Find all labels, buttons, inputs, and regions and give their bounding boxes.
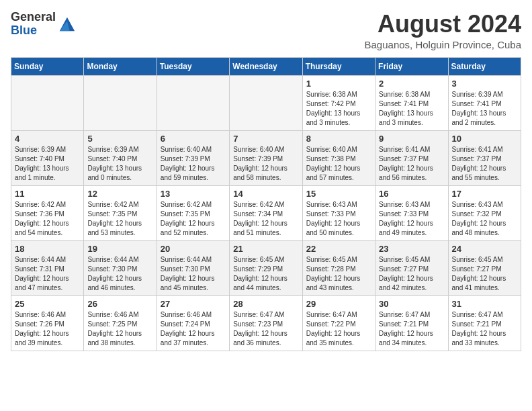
day-number: 15 [306,189,371,199]
calendar-day-cell: 29Sunrise: 6:47 AM Sunset: 7:22 PM Dayli… [302,295,375,351]
day-info: Sunrise: 6:40 AM Sunset: 7:39 PM Dayligh… [161,145,226,183]
day-info: Sunrise: 6:42 AM Sunset: 7:34 PM Dayligh… [233,200,298,238]
calendar-day-cell: 28Sunrise: 6:47 AM Sunset: 7:23 PM Dayli… [230,295,302,351]
calendar-day-cell: 3Sunrise: 6:39 AM Sunset: 7:41 PM Daylig… [448,75,521,130]
day-info: Sunrise: 6:46 AM Sunset: 7:24 PM Dayligh… [161,310,226,348]
page-header: General Blue August 2024 Baguanos, Holgu… [11,11,521,50]
calendar-day-cell: 24Sunrise: 6:45 AM Sunset: 7:27 PM Dayli… [448,240,521,295]
day-info: Sunrise: 6:43 AM Sunset: 7:32 PM Dayligh… [452,200,517,238]
day-info: Sunrise: 6:43 AM Sunset: 7:33 PM Dayligh… [306,200,371,238]
logo-text-blue: Blue [11,24,37,37]
day-number: 28 [233,299,298,309]
day-info: Sunrise: 6:39 AM Sunset: 7:40 PM Dayligh… [15,145,80,183]
calendar-day-cell: 14Sunrise: 6:42 AM Sunset: 7:34 PM Dayli… [230,185,302,240]
weekday-header-saturday: Saturday [448,57,521,75]
day-info: Sunrise: 6:38 AM Sunset: 7:42 PM Dayligh… [306,90,371,128]
weekday-header-tuesday: Tuesday [157,57,229,75]
day-info: Sunrise: 6:47 AM Sunset: 7:23 PM Dayligh… [233,310,298,348]
day-number: 6 [161,134,226,144]
day-number: 25 [15,299,80,309]
day-number: 12 [87,189,152,199]
calendar-day-cell: 17Sunrise: 6:43 AM Sunset: 7:32 PM Dayli… [448,185,521,240]
calendar-week-row: 18Sunrise: 6:44 AM Sunset: 7:31 PM Dayli… [11,240,521,295]
day-info: Sunrise: 6:46 AM Sunset: 7:25 PM Dayligh… [87,310,152,348]
day-number: 26 [87,299,152,309]
logo-text-general: General [11,10,56,24]
calendar-week-row: 1Sunrise: 6:38 AM Sunset: 7:42 PM Daylig… [11,75,521,130]
weekday-header-monday: Monday [84,57,157,75]
day-info: Sunrise: 6:44 AM Sunset: 7:30 PM Dayligh… [87,255,152,293]
calendar-day-cell: 9Sunrise: 6:41 AM Sunset: 7:37 PM Daylig… [375,130,448,185]
day-number: 9 [379,134,444,144]
calendar-title: August 2024 [365,11,521,38]
day-info: Sunrise: 6:45 AM Sunset: 7:27 PM Dayligh… [379,255,444,293]
day-number: 4 [15,134,80,144]
calendar-day-cell: 25Sunrise: 6:46 AM Sunset: 7:26 PM Dayli… [11,295,84,351]
calendar-day-cell: 31Sunrise: 6:47 AM Sunset: 7:21 PM Dayli… [448,295,521,351]
day-number: 22 [306,244,371,254]
calendar-day-cell: 21Sunrise: 6:45 AM Sunset: 7:29 PM Dayli… [230,240,302,295]
day-info: Sunrise: 6:43 AM Sunset: 7:33 PM Dayligh… [379,200,444,238]
calendar-day-cell: 26Sunrise: 6:46 AM Sunset: 7:25 PM Dayli… [84,295,157,351]
day-info: Sunrise: 6:41 AM Sunset: 7:37 PM Dayligh… [452,145,517,183]
day-number: 14 [233,189,298,199]
calendar-day-cell: 27Sunrise: 6:46 AM Sunset: 7:24 PM Dayli… [157,295,229,351]
day-number: 23 [379,244,444,254]
calendar-day-cell: 2Sunrise: 6:38 AM Sunset: 7:41 PM Daylig… [375,75,448,130]
day-number: 10 [452,134,517,144]
calendar-day-cell [11,75,84,130]
calendar-day-cell: 1Sunrise: 6:38 AM Sunset: 7:42 PM Daylig… [302,75,375,130]
day-info: Sunrise: 6:47 AM Sunset: 7:21 PM Dayligh… [452,310,517,348]
calendar-day-cell: 5Sunrise: 6:39 AM Sunset: 7:40 PM Daylig… [84,130,157,185]
calendar-week-row: 11Sunrise: 6:42 AM Sunset: 7:36 PM Dayli… [11,185,521,240]
calendar-day-cell: 15Sunrise: 6:43 AM Sunset: 7:33 PM Dayli… [302,185,375,240]
day-number: 16 [379,189,444,199]
day-number: 11 [15,189,80,199]
calendar-day-cell: 20Sunrise: 6:44 AM Sunset: 7:30 PM Dayli… [157,240,229,295]
calendar-day-cell: 19Sunrise: 6:44 AM Sunset: 7:30 PM Dayli… [84,240,157,295]
day-number: 5 [87,134,152,144]
day-number: 18 [15,244,80,254]
day-number: 29 [306,299,371,309]
day-number: 27 [161,299,226,309]
calendar-day-cell [84,75,157,130]
calendar-day-cell: 8Sunrise: 6:40 AM Sunset: 7:38 PM Daylig… [302,130,375,185]
day-info: Sunrise: 6:38 AM Sunset: 7:41 PM Dayligh… [379,90,444,128]
weekday-header-sunday: Sunday [11,57,84,75]
day-info: Sunrise: 6:42 AM Sunset: 7:36 PM Dayligh… [15,200,80,238]
day-number: 30 [379,299,444,309]
day-info: Sunrise: 6:46 AM Sunset: 7:26 PM Dayligh… [15,310,80,348]
calendar-week-row: 25Sunrise: 6:46 AM Sunset: 7:26 PM Dayli… [11,295,521,351]
day-info: Sunrise: 6:39 AM Sunset: 7:41 PM Dayligh… [452,90,517,128]
day-info: Sunrise: 6:47 AM Sunset: 7:21 PM Dayligh… [379,310,444,348]
weekday-header-friday: Friday [375,57,448,75]
day-info: Sunrise: 6:40 AM Sunset: 7:39 PM Dayligh… [233,145,298,183]
calendar-day-cell: 22Sunrise: 6:45 AM Sunset: 7:28 PM Dayli… [302,240,375,295]
day-number: 24 [452,244,517,254]
day-number: 1 [306,79,371,89]
logo: General Blue [11,11,76,38]
day-number: 17 [452,189,517,199]
calendar-day-cell: 6Sunrise: 6:40 AM Sunset: 7:39 PM Daylig… [157,130,229,185]
day-info: Sunrise: 6:45 AM Sunset: 7:28 PM Dayligh… [306,255,371,293]
day-number: 21 [233,244,298,254]
calendar-day-cell: 23Sunrise: 6:45 AM Sunset: 7:27 PM Dayli… [375,240,448,295]
calendar-subtitle: Baguanos, Holguin Province, Cuba [365,39,521,50]
day-number: 2 [379,79,444,89]
day-info: Sunrise: 6:44 AM Sunset: 7:30 PM Dayligh… [161,255,226,293]
calendar-day-cell: 16Sunrise: 6:43 AM Sunset: 7:33 PM Dayli… [375,185,448,240]
day-info: Sunrise: 6:45 AM Sunset: 7:29 PM Dayligh… [233,255,298,293]
calendar-week-row: 4Sunrise: 6:39 AM Sunset: 7:40 PM Daylig… [11,130,521,185]
title-block: August 2024 Baguanos, Holguin Province, … [365,11,521,50]
day-number: 31 [452,299,517,309]
calendar-day-cell: 11Sunrise: 6:42 AM Sunset: 7:36 PM Dayli… [11,185,84,240]
calendar-day-cell: 13Sunrise: 6:42 AM Sunset: 7:35 PM Dayli… [157,185,229,240]
day-info: Sunrise: 6:47 AM Sunset: 7:22 PM Dayligh… [306,310,371,348]
day-info: Sunrise: 6:44 AM Sunset: 7:31 PM Dayligh… [15,255,80,293]
day-info: Sunrise: 6:39 AM Sunset: 7:40 PM Dayligh… [87,145,152,183]
logo-icon [57,15,76,34]
day-number: 3 [452,79,517,89]
calendar-day-cell [230,75,302,130]
calendar-day-cell: 12Sunrise: 6:42 AM Sunset: 7:35 PM Dayli… [84,185,157,240]
day-number: 19 [87,244,152,254]
